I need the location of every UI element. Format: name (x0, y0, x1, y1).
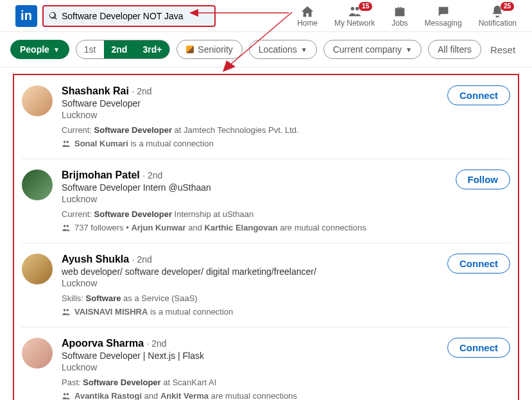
locations-filter[interactable]: Locations ▼ (249, 40, 317, 59)
headline: Software Developer | Next.js | Flask (62, 351, 447, 361)
search-wrapper (42, 5, 216, 27)
headline: web developer/ software developer/ digit… (62, 266, 447, 277)
meta-line: Current: Software Developer Internship a… (62, 209, 456, 219)
location: Lucknow (62, 362, 447, 372)
location: Lucknow (62, 194, 456, 204)
connection-degree: · 2nd (132, 254, 152, 265)
mutual-line: Sonal Kumari is a mutual connection (62, 139, 447, 148)
con-1st[interactable]: 1st (76, 40, 104, 58)
search-icon (49, 12, 58, 23)
mutual-line: VAISNAVI MISHRA is a mutual connection (62, 307, 447, 317)
seniority-filter[interactable]: Seniority (176, 40, 242, 59)
follow-button[interactable]: Follow (456, 170, 511, 189)
company-label: Current company (333, 44, 402, 55)
person-name[interactable]: Ayush Shukla (62, 254, 129, 265)
results-list: Shashank Rai · 2nd Software Developer Lu… (13, 74, 519, 400)
nav-home[interactable]: Home (297, 4, 318, 28)
connect-button[interactable]: Connect (447, 254, 510, 274)
people-filter[interactable]: People ▼ (10, 40, 69, 59)
result-card: Shashank Rai · 2nd Software Developer Lu… (22, 75, 510, 159)
top-nav: Home 15 My Network Jobs Messaging 25 Not… (297, 4, 517, 28)
nav-messaging-label: Messaging (425, 19, 462, 28)
person-name[interactable]: Shashank Rai (62, 85, 129, 96)
nav-network[interactable]: 15 My Network (334, 4, 375, 28)
people-filter-label: People (20, 44, 49, 55)
notifications-badge: 25 (501, 2, 514, 11)
nav-network-label: My Network (334, 19, 375, 28)
connect-button[interactable]: Connect (447, 338, 510, 358)
con-3rd[interactable]: 3rd+ (135, 40, 169, 58)
result-card: Ayush Shukla · 2nd web developer/ softwa… (22, 243, 510, 327)
person-name[interactable]: Apoorva Sharma (62, 338, 144, 349)
linkedin-logo[interactable]: in (15, 5, 37, 27)
avatar[interactable] (22, 170, 53, 200)
locations-label: Locations (259, 44, 297, 55)
mutual-line: 737 followers • Arjun Kunwar and Karthic… (62, 223, 456, 232)
connection-degree: · 2nd (132, 86, 151, 96)
avatar[interactable] (22, 338, 53, 369)
con-2nd[interactable]: 2nd (104, 40, 135, 58)
chevron-down-icon: ▼ (406, 46, 412, 53)
nav-jobs[interactable]: Jobs (391, 4, 408, 28)
result-info: Ayush Shukla · 2nd web developer/ softwa… (62, 254, 447, 317)
seniority-icon (186, 46, 194, 53)
network-badge: 15 (359, 2, 372, 11)
result-card: Apoorva Sharma · 2nd Software Developer … (22, 327, 510, 400)
all-filters[interactable]: All filters (428, 40, 481, 59)
nav-messaging[interactable]: Messaging (425, 4, 462, 28)
reset-filters[interactable]: Reset (490, 44, 515, 55)
filter-bar: People ▼ 1st 2nd 3rd+ Seniority Location… (0, 32, 532, 67)
person-name[interactable]: Brijmohan Patel (62, 170, 140, 180)
avatar[interactable] (22, 85, 53, 116)
location: Lucknow (62, 278, 447, 288)
meta-line: Past: Software Developer at ScanKart AI (62, 378, 447, 387)
connection-degree: · 2nd (142, 170, 162, 180)
result-card: Brijmohan Patel · 2nd Software Developer… (22, 159, 510, 243)
connect-button[interactable]: Connect (447, 85, 510, 105)
result-info: Apoorva Sharma · 2nd Software Developer … (62, 338, 447, 400)
result-info: Shashank Rai · 2nd Software Developer Lu… (62, 85, 447, 148)
seniority-label: Seniority (198, 44, 232, 55)
headline: Software Developer Intern @uSthaan (62, 182, 456, 193)
nav-notifications[interactable]: 25 Notification (479, 4, 517, 28)
headline: Software Developer (62, 98, 447, 109)
mutual-line: Avantika Rastogi and Ankit Verma are mut… (62, 391, 447, 400)
nav-jobs-label: Jobs (391, 19, 408, 28)
avatar[interactable] (22, 254, 53, 284)
result-info: Brijmohan Patel · 2nd Software Developer… (62, 170, 456, 232)
meta-line: Current: Software Developer at Jamtech T… (62, 125, 447, 135)
location: Lucknow (62, 110, 447, 120)
meta-line: Skills: Software as a Service (SaaS) (62, 293, 447, 303)
nav-notifications-label: Notification (479, 19, 517, 28)
company-filter[interactable]: Current company ▼ (323, 40, 422, 59)
connection-degree: · 2nd (147, 338, 167, 349)
search-input[interactable] (62, 11, 209, 21)
nav-home-label: Home (297, 19, 318, 28)
chevron-down-icon: ▼ (301, 46, 307, 53)
top-bar: in Home 15 My Network Jobs Messaging 25 … (0, 0, 532, 32)
connections-filter: 1st 2nd 3rd+ (76, 40, 171, 59)
chevron-down-icon: ▼ (53, 46, 60, 53)
